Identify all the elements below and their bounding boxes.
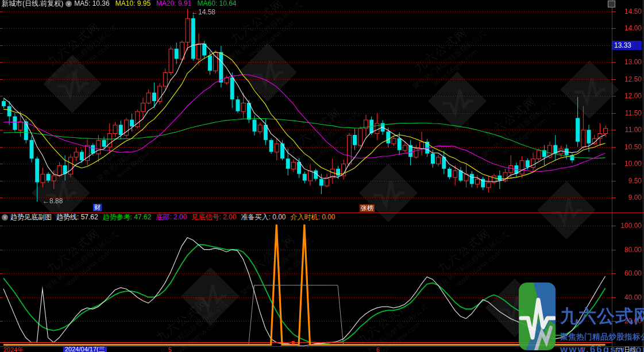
price-axis-label: 12.50	[612, 76, 642, 83]
month-tick-label: 6	[376, 347, 380, 352]
event-badge[interactable]: 财	[93, 204, 102, 211]
price-axis-label: 9.00	[612, 194, 642, 202]
site-url: www.66gsw.com	[560, 344, 644, 352]
stock-chart-app: 九六公式网聚焦热门精品炒股指标公式www.66gsw.com九六公式网聚焦热门精…	[0, 0, 644, 352]
indicator-axis-label: 80.00	[612, 246, 642, 254]
ma-value-ma5: MA5: 10.36	[74, 0, 109, 7]
chevron-down-icon[interactable]: ∨	[2, 214, 8, 221]
indicator-title[interactable]: 趋势见底副图	[10, 213, 52, 221]
price-axis-label: 13.00	[612, 59, 642, 66]
indicator-value: 趋势线: 57.62	[56, 213, 98, 221]
indicator-axis-label: 100.00	[612, 222, 642, 230]
panel-corner-icon[interactable]	[608, 1, 615, 7]
chevron-down-icon[interactable]: ∨	[65, 1, 72, 7]
ma-value-ma60: MA60: 10.64	[197, 0, 236, 7]
ma-values: MA5: 10.36MA10: 9.95MA20: 9.91MA60: 10.6…	[74, 0, 242, 7]
main-chart-header: 新城市(日线.前复权)∨MA5: 10.36MA10: 9.95MA20: 9.…	[2, 0, 242, 7]
price-annotation: ←14.58	[191, 8, 215, 16]
price-axis-label: 14.50	[612, 8, 642, 16]
ma-value-ma10: MA10: 9.95	[115, 0, 151, 7]
main-candlestick-chart[interactable]	[0, 0, 612, 213]
site-tagline: 聚焦热门精品炒股指标公式	[560, 332, 644, 342]
site-name: 九六公式网	[560, 304, 644, 328]
date-label: 2024/04/17(三	[63, 346, 107, 352]
price-axis-label: 14.00	[612, 25, 642, 32]
site-watermark: 九六公式网 聚焦热门精品炒股指标公式 www.66gsw.com	[519, 274, 644, 352]
current-price-tag: 13.33	[612, 41, 642, 50]
price-axis-label: 10.50	[612, 144, 642, 151]
price-axis-label: 11.00	[612, 126, 642, 134]
indicator-value: 准备买入: 0.00	[241, 213, 286, 221]
indicator-values: 趋势线: 57.62趋势参考: 47.62底部: 2.00见底信号: 2.00准…	[56, 213, 340, 221]
year-label: 2024年	[3, 347, 24, 352]
indicator-value: 底部: 2.00	[156, 213, 187, 221]
site-logo-icon	[519, 283, 556, 350]
price-axis-label: 10.00	[612, 160, 642, 168]
price-axis-label: 9.50	[612, 177, 642, 185]
month-tick-label: 5	[168, 347, 172, 352]
indicator-value: 趋势参考: 47.62	[103, 213, 152, 221]
stock-title[interactable]: 新城市(日线.前复权)	[2, 0, 63, 7]
price-axis-label: 11.50	[612, 110, 642, 117]
ma-value-ma20: MA20: 9.91	[156, 0, 191, 7]
event-badge[interactable]: 张榜	[360, 204, 375, 212]
sub-chart-header: ∨趋势见底副图趋势线: 57.62趋势参考: 47.62底部: 2.00见底信号…	[2, 214, 340, 221]
price-annotation: ←8.88	[43, 197, 63, 205]
indicator-value: 介入时机: 0.00	[291, 213, 336, 221]
price-axis-label: 12.00	[612, 92, 642, 100]
indicator-value: 见底信号: 2.00	[191, 213, 236, 221]
